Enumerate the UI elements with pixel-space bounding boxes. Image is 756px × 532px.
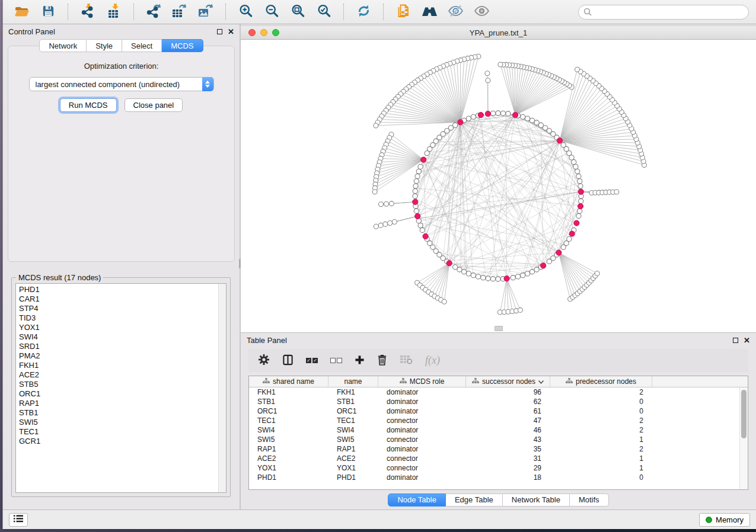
hide-selected-button[interactable] [444,2,467,21]
node-table: shared namenameMCDS rolesuccessor nodesp… [248,376,748,490]
first-neighbors-button[interactable] [417,2,441,21]
column-header-name[interactable]: name [328,376,378,387]
mcds-result-item[interactable]: CAR1 [19,294,226,304]
close-window-icon[interactable] [248,29,256,36]
task-history-button[interactable] [9,513,28,527]
zoom-fit-button[interactable] [286,2,310,21]
table-row[interactable]: SWI5SWI5connector431 [249,435,739,444]
export-table-button[interactable] [168,2,192,21]
refresh-button[interactable] [352,2,375,21]
create-column-button[interactable] [355,355,365,367]
trash-icon [377,354,387,367]
mcds-result-item[interactable]: ACE2 [19,370,226,380]
import-table-button[interactable] [102,2,126,21]
search-input[interactable] [578,5,749,20]
table-row[interactable]: ACE2ACE2connector311 [249,454,739,463]
horizontal-splitter-handle[interactable] [495,326,503,331]
run-mcds-button[interactable]: Run MCDS [60,98,117,112]
function-builder-button[interactable]: f(x) [425,354,440,367]
mcds-result-item[interactable]: TEC1 [19,427,226,437]
table-panel: Table Panel ✕ [241,333,756,509]
mcds-result-item[interactable]: ORC1 [19,389,226,399]
export-image-button[interactable] [194,2,218,21]
mcds-result-item[interactable]: STP4 [19,304,226,313]
predecessor-cell: 1 [550,464,652,472]
tab-network[interactable]: Network [39,39,87,52]
result-list-scrollbar[interactable] [218,284,226,492]
toolbar-separator [225,4,226,20]
criterion-dropdown[interactable]: largest connected component (undirected) [29,77,214,91]
table-scrollbar-thumb[interactable] [741,390,747,438]
open-session-button[interactable] [10,2,34,21]
show-all-button[interactable] [470,2,493,21]
delete-column-button[interactable] [377,354,387,367]
mcds-result-item[interactable]: SWI5 [19,418,226,427]
table-row[interactable]: STB1STB1dominator620 [249,397,739,406]
zoom-in-button[interactable] [234,2,257,21]
name-cell: FKH1 [328,388,378,396]
zoom-out-button[interactable] [260,2,283,21]
tab-node-table[interactable]: Node Table [388,493,446,507]
column-header-shared-name[interactable]: shared name [249,376,328,387]
mcds-result-item[interactable]: SRD1 [19,342,226,351]
mcds-result-item[interactable]: SWI4 [19,332,226,342]
delete-table-icon [400,355,413,366]
import-network-button[interactable] [76,2,100,21]
tab-edge-table[interactable]: Edge Table [446,493,503,507]
table-row[interactable]: YOX1YOX1connector291 [249,463,739,473]
right-side: YPA_prune.txt_1 Table Panel ✕ [241,24,756,509]
table-row[interactable]: ORC1ORC1dominator610 [249,406,739,416]
mcds-result-item[interactable]: PHD1 [19,285,226,294]
unselect-all-icon [330,358,342,363]
export-network-button[interactable] [142,2,165,21]
network-canvas[interactable] [241,40,756,332]
optimization-label: Optimization criterion: [8,62,234,70]
tab-mcds[interactable]: MCDS [162,39,203,52]
tab-style[interactable]: Style [87,39,122,52]
float-panel-icon[interactable] [217,29,222,34]
table-settings-button[interactable] [258,354,270,367]
network-titlebar: YPA_prune.txt_1 [241,25,756,40]
delete-table-button[interactable] [400,355,413,366]
maximize-window-icon[interactable] [272,29,279,36]
unselect-all-columns-button[interactable] [330,358,342,363]
mcds-result-item[interactable]: YOX1 [19,323,226,332]
table-row[interactable]: TEC1TEC1connector472 [249,416,739,425]
table-scrollbar[interactable] [739,387,748,489]
main-toolbar [3,0,756,24]
mcds-result-item[interactable]: RAP1 [19,399,226,408]
memory-button[interactable]: Memory [699,513,750,527]
table-row[interactable]: SWI4SWI4dominator462 [249,425,739,435]
table-row[interactable]: PHD1PHD1dominator180 [249,473,739,482]
successor-cell: 29 [466,464,550,472]
mcds-result-item[interactable]: GCR1 [19,437,226,446]
mcds-result-list[interactable]: PHD1CAR1STP4TID3YOX1SWI4SRD1PMA2FKH1ACE2… [15,283,227,493]
mcds-result-item[interactable]: FKH1 [19,361,226,370]
column-header-predecessor-nodes[interactable]: predecessor nodes [550,376,652,387]
first-neighbors-icon [422,5,438,19]
close-panel-button[interactable]: Close panel [125,98,183,112]
mcds-result-item[interactable]: STB5 [19,380,226,389]
table-row[interactable]: FKH1FKH1dominator962 [249,387,739,397]
column-header-successor-nodes[interactable]: successor nodes [466,376,550,387]
float-table-panel-icon[interactable] [733,338,738,343]
mcds-result-item[interactable]: STB1 [19,408,226,418]
column-header-MCDS-role[interactable]: MCDS role [378,376,466,387]
show-column-button[interactable] [282,354,294,367]
close-table-panel-icon[interactable]: ✕ [744,338,750,343]
minimize-window-icon[interactable] [260,29,267,36]
select-all-columns-button[interactable]: ✓✓ [306,358,318,363]
tab-motifs[interactable]: Motifs [570,493,609,507]
tab-network-table[interactable]: Network Table [503,493,570,507]
zoom-selected-button[interactable] [312,2,336,21]
mcds-result-item[interactable]: PMA2 [19,351,226,361]
name-cell: SWI5 [328,435,378,444]
save-session-button[interactable] [36,2,60,21]
mcds-tab-panel: Optimization criterion: largest connecte… [8,46,235,262]
mcds-result-item[interactable]: TID3 [19,313,226,323]
network-document-share-button[interactable] [391,2,415,21]
close-panel-icon[interactable]: ✕ [228,29,234,34]
hide-selected-icon [448,4,464,20]
tab-select[interactable]: Select [122,39,162,52]
table-row[interactable]: RAP1RAP1dominator352 [249,444,739,454]
